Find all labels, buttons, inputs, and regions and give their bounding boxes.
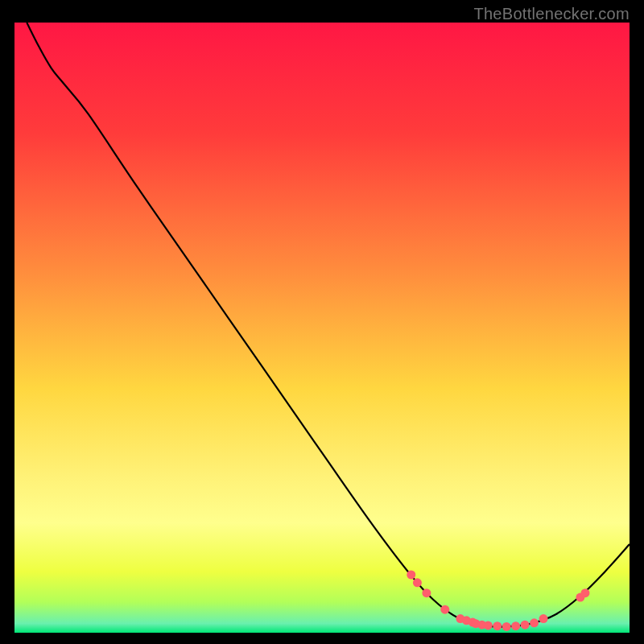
data-marker xyxy=(580,588,589,597)
chart-plot xyxy=(14,23,630,633)
data-marker xyxy=(493,621,502,630)
data-marker xyxy=(407,570,415,579)
data-marker xyxy=(530,618,539,627)
data-marker xyxy=(539,614,548,623)
data-marker xyxy=(440,605,449,614)
data-marker xyxy=(502,622,511,631)
gradient-background xyxy=(14,23,630,633)
chart-container xyxy=(14,23,630,633)
data-marker xyxy=(413,578,422,587)
data-marker xyxy=(484,621,493,630)
data-marker xyxy=(521,621,530,630)
data-marker xyxy=(511,621,520,630)
data-marker xyxy=(422,588,431,597)
watermark-text: TheBottlenecker.com xyxy=(473,5,630,23)
